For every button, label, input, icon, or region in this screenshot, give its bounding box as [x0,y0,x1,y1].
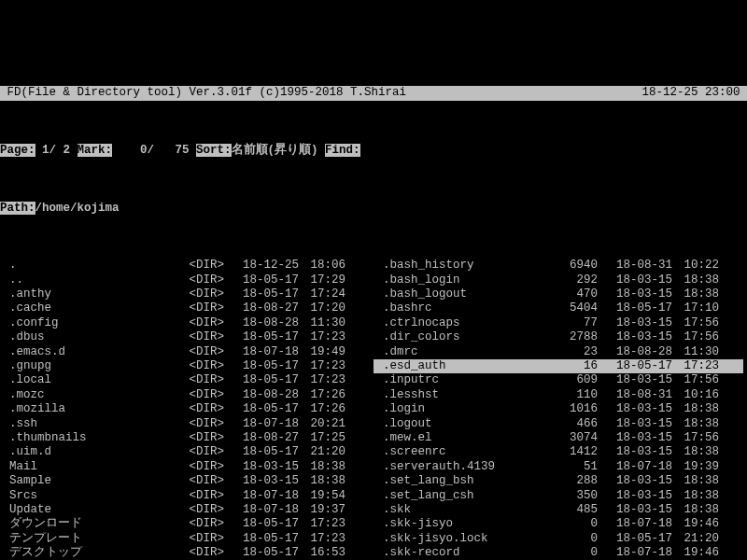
file-date: 18-07-18 [228,417,299,431]
file-date: 18-03-15 [601,402,672,416]
path-value: /home/kojima [35,202,120,215]
file-row[interactable]: .anthy<DIR>18-05-1717:24 [0,287,370,301]
file-name: .logout [374,417,542,431]
file-name: .ssh [0,417,168,431]
file-date: 18-08-28 [228,388,299,402]
file-time: 17:56 [672,330,723,344]
file-date: 18-05-17 [228,287,299,301]
file-listing: .<DIR>18-12-2518:06..<DIR>18-05-1717:29.… [0,259,747,560]
file-row[interactable]: .thumbnails<DIR>18-08-2717:25 [0,431,370,445]
file-size: 5404 [542,301,601,315]
file-date: 18-03-15 [601,316,672,330]
header-line-2: Path:/home/kojima [0,202,747,216]
file-time: 10:22 [672,259,723,273]
file-row[interactable]: .gnupg<DIR>18-05-1717:23 [0,359,370,373]
file-size: 0 [542,532,601,546]
file-date: 18-08-27 [228,431,299,445]
file-size: <DIR> [168,259,228,273]
file-row[interactable]: .mozilla<DIR>18-05-1717:26 [0,402,370,416]
file-name: . [0,259,168,273]
file-row[interactable]: .dmrc2318-08-2811:30 [374,345,743,359]
file-row[interactable]: Sample<DIR>18-03-1518:38 [0,474,370,488]
file-time: 17:23 [672,359,723,373]
file-row[interactable]: .lesshst11018-08-3110:16 [374,388,743,402]
file-row[interactable]: .emacs.d<DIR>18-07-1819:49 [0,345,370,359]
file-row[interactable]: .dir_colors278818-03-1517:56 [374,330,743,344]
file-row[interactable]: .mew.el307418-03-1517:56 [374,431,743,445]
file-date: 18-03-15 [601,503,672,517]
file-date: 18-07-18 [601,517,672,531]
file-row[interactable]: .cache<DIR>18-08-2717:20 [0,301,370,315]
file-row[interactable]: .ctrlnocaps7718-03-1517:56 [374,316,743,330]
file-date: 18-03-15 [601,431,672,445]
file-size: <DIR> [168,445,228,459]
file-row[interactable]: .set_lang_csh35018-03-1518:38 [374,489,743,503]
file-date: 18-05-17 [228,273,299,287]
file-row[interactable]: .skk-record018-07-1819:46 [374,546,743,560]
file-size: <DIR> [168,316,228,330]
file-date: 18-03-15 [601,489,672,503]
file-row[interactable]: .esd_auth1618-05-1717:23 [374,359,743,373]
file-row[interactable]: .bash_logout47018-03-1518:38 [374,287,743,301]
file-row[interactable]: .ssh<DIR>18-07-1820:21 [0,417,370,431]
file-date: 18-05-17 [228,445,299,459]
file-date: 18-07-18 [601,546,672,560]
file-row[interactable]: .mozc<DIR>18-08-2817:26 [0,388,370,402]
file-size: 110 [542,388,601,402]
file-size: <DIR> [168,460,228,474]
file-row[interactable]: .<DIR>18-12-2518:06 [0,259,370,273]
file-row[interactable]: .screenrc141218-03-1518:38 [374,445,743,459]
file-name: .bashrc [374,301,542,315]
file-time: 17:23 [299,359,349,373]
file-row[interactable]: .skk-jisyo018-07-1819:46 [374,517,743,531]
file-time: 19:39 [672,460,723,474]
file-row[interactable]: Mail<DIR>18-03-1518:38 [0,460,370,474]
file-row[interactable]: デスクトップ<DIR>18-05-1716:53 [0,546,370,560]
file-name: .ctrlnocaps [374,316,542,330]
file-size: 3074 [542,431,601,445]
file-size: <DIR> [168,273,228,287]
header-line-1: Page: 1/ 2 Mark: 0/ 75 Sort:名前順(昇り順) Fin… [0,144,747,158]
file-size: 609 [542,373,601,387]
file-size: <DIR> [168,388,228,402]
file-row[interactable]: .logout46618-03-1518:38 [374,417,743,431]
file-time: 18:38 [299,460,349,474]
clock: 18-12-25 23:00 [641,86,747,100]
file-time: 10:16 [672,388,723,402]
file-row[interactable]: .inputrc60918-03-1517:56 [374,373,743,387]
file-row[interactable]: .config<DIR>18-08-2811:30 [0,316,370,330]
file-name: .login [374,402,542,416]
file-size: 470 [542,287,601,301]
file-row[interactable]: .serverauth.41395118-07-1819:39 [374,460,743,474]
file-row[interactable]: .bash_login29218-03-1518:38 [374,273,743,287]
file-row[interactable]: .skk-jisyo.lock018-05-1721:20 [374,532,743,546]
file-row[interactable]: Update<DIR>18-07-1819:37 [0,503,370,517]
file-row[interactable]: .skk48518-03-1518:38 [374,503,743,517]
sort-value: 名前順(昇り順) [232,144,326,157]
file-name: Mail [0,460,168,474]
file-row[interactable]: .bash_history694018-08-3110:22 [374,259,743,273]
file-date: 18-03-15 [601,330,672,344]
file-name: .serverauth.4139 [374,460,542,474]
file-size: 292 [542,273,601,287]
file-date: 18-05-17 [228,546,299,560]
file-size: <DIR> [168,489,228,503]
file-size: 6940 [542,259,601,273]
file-row[interactable]: テンプレート<DIR>18-05-1717:23 [0,532,370,546]
file-row[interactable]: .uim.d<DIR>18-05-1721:20 [0,445,370,459]
file-size: <DIR> [168,546,228,560]
file-name: .bash_logout [374,287,542,301]
file-row[interactable]: .local<DIR>18-05-1717:23 [0,373,370,387]
file-size: <DIR> [168,417,228,431]
file-row[interactable]: ダウンロード<DIR>18-05-1717:23 [0,517,370,531]
file-row[interactable]: .dbus<DIR>18-05-1717:23 [0,330,370,344]
file-date: 18-05-17 [228,402,299,416]
file-name: Srcs [0,489,168,503]
file-row[interactable]: ..<DIR>18-05-1717:29 [0,273,370,287]
file-time: 18:38 [672,474,723,488]
file-row[interactable]: Srcs<DIR>18-07-1819:54 [0,489,370,503]
file-row[interactable]: .set_lang_bsh28818-03-1518:38 [374,474,743,488]
file-size: 485 [542,503,601,517]
file-row[interactable]: .login101618-03-1518:38 [374,402,743,416]
file-row[interactable]: .bashrc540418-05-1717:10 [374,301,743,315]
